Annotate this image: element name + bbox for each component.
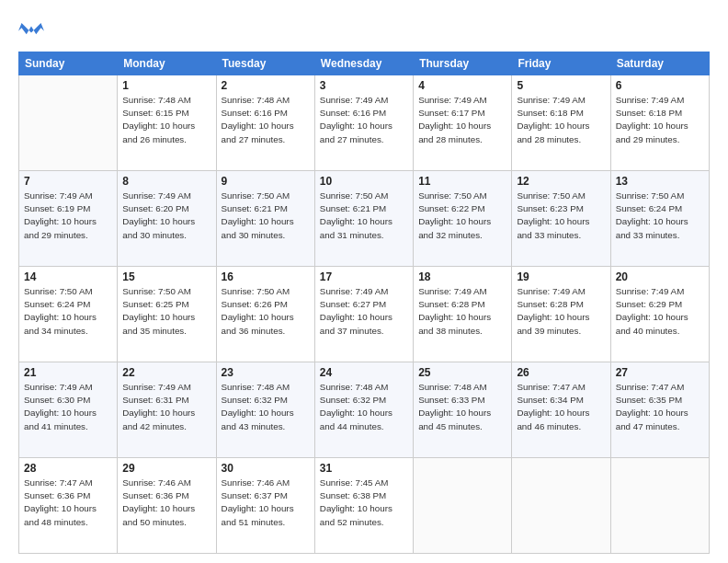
day-detail: Sunrise: 7:50 AM Sunset: 6:26 PM Dayligh… <box>222 285 310 338</box>
day-number: 5 <box>517 79 605 92</box>
day-number: 28 <box>24 462 112 475</box>
day-detail: Sunrise: 7:49 AM Sunset: 6:18 PM Dayligh… <box>517 94 605 146</box>
day-detail: Sunrise: 7:49 AM Sunset: 6:30 PM Dayligh… <box>24 381 112 433</box>
day-detail: Sunrise: 7:48 AM Sunset: 6:16 PM Dayligh… <box>222 94 310 146</box>
header <box>18 17 710 42</box>
day-number: 21 <box>24 366 112 379</box>
weekday-header-friday: Friday <box>512 52 610 75</box>
day-number: 19 <box>517 270 605 283</box>
day-detail: Sunrise: 7:49 AM Sunset: 6:19 PM Dayligh… <box>24 190 112 242</box>
day-detail: Sunrise: 7:47 AM Sunset: 6:35 PM Dayligh… <box>616 381 704 433</box>
calendar-cell: 15Sunrise: 7:50 AM Sunset: 6:25 PM Dayli… <box>118 267 216 362</box>
week-row-1: 1Sunrise: 7:48 AM Sunset: 6:15 PM Daylig… <box>19 75 710 171</box>
calendar-cell: 16Sunrise: 7:50 AM Sunset: 6:26 PM Dayli… <box>216 267 314 362</box>
day-number: 27 <box>616 366 704 379</box>
calendar-cell: 25Sunrise: 7:48 AM Sunset: 6:33 PM Dayli… <box>414 362 512 458</box>
calendar-cell: 26Sunrise: 7:47 AM Sunset: 6:34 PM Dayli… <box>512 362 610 458</box>
calendar-cell: 30Sunrise: 7:46 AM Sunset: 6:37 PM Dayli… <box>216 458 314 554</box>
day-detail: Sunrise: 7:48 AM Sunset: 6:33 PM Dayligh… <box>418 381 506 433</box>
calendar-cell <box>414 458 512 554</box>
day-detail: Sunrise: 7:48 AM Sunset: 6:32 PM Dayligh… <box>222 381 310 433</box>
calendar-cell: 22Sunrise: 7:49 AM Sunset: 6:31 PM Dayli… <box>118 362 216 458</box>
calendar-cell <box>512 458 610 554</box>
day-number: 17 <box>320 270 408 283</box>
calendar-cell: 21Sunrise: 7:49 AM Sunset: 6:30 PM Dayli… <box>19 362 118 458</box>
day-number: 24 <box>320 366 408 379</box>
calendar-cell: 17Sunrise: 7:49 AM Sunset: 6:27 PM Dayli… <box>314 267 413 362</box>
day-detail: Sunrise: 7:46 AM Sunset: 6:37 PM Dayligh… <box>222 477 310 529</box>
calendar-cell: 10Sunrise: 7:50 AM Sunset: 6:21 PM Dayli… <box>314 171 413 267</box>
calendar-cell: 13Sunrise: 7:50 AM Sunset: 6:24 PM Dayli… <box>610 171 709 267</box>
calendar-cell: 3Sunrise: 7:49 AM Sunset: 6:16 PM Daylig… <box>314 75 413 171</box>
day-detail: Sunrise: 7:49 AM Sunset: 6:28 PM Dayligh… <box>418 285 506 338</box>
calendar-cell: 14Sunrise: 7:50 AM Sunset: 6:24 PM Dayli… <box>19 267 118 362</box>
weekday-header-sunday: Sunday <box>19 52 118 75</box>
day-detail: Sunrise: 7:50 AM Sunset: 6:21 PM Dayligh… <box>320 190 408 242</box>
calendar-cell: 1Sunrise: 7:48 AM Sunset: 6:15 PM Daylig… <box>118 75 216 171</box>
calendar-cell: 23Sunrise: 7:48 AM Sunset: 6:32 PM Dayli… <box>216 362 314 458</box>
day-number: 2 <box>222 79 310 92</box>
day-number: 14 <box>24 270 112 283</box>
day-number: 15 <box>122 270 210 283</box>
calendar-cell: 12Sunrise: 7:50 AM Sunset: 6:23 PM Dayli… <box>512 171 610 267</box>
day-number: 6 <box>616 79 704 92</box>
logo-icon <box>18 17 44 42</box>
weekday-header-wednesday: Wednesday <box>314 52 413 75</box>
calendar-cell: 27Sunrise: 7:47 AM Sunset: 6:35 PM Dayli… <box>610 362 709 458</box>
day-detail: Sunrise: 7:50 AM Sunset: 6:22 PM Dayligh… <box>418 190 506 242</box>
day-number: 3 <box>320 79 408 92</box>
weekday-header-thursday: Thursday <box>414 52 512 75</box>
day-number: 22 <box>122 366 210 379</box>
weekday-header-monday: Monday <box>118 52 216 75</box>
calendar-cell: 18Sunrise: 7:49 AM Sunset: 6:28 PM Dayli… <box>414 267 512 362</box>
calendar-cell: 24Sunrise: 7:48 AM Sunset: 6:32 PM Dayli… <box>314 362 413 458</box>
calendar-cell: 5Sunrise: 7:49 AM Sunset: 6:18 PM Daylig… <box>512 75 610 171</box>
day-number: 10 <box>320 175 408 188</box>
day-detail: Sunrise: 7:49 AM Sunset: 6:27 PM Dayligh… <box>320 285 408 338</box>
day-number: 12 <box>517 175 605 188</box>
calendar-cell: 9Sunrise: 7:50 AM Sunset: 6:21 PM Daylig… <box>216 171 314 267</box>
day-detail: Sunrise: 7:49 AM Sunset: 6:20 PM Dayligh… <box>122 190 210 242</box>
day-detail: Sunrise: 7:50 AM Sunset: 6:24 PM Dayligh… <box>616 190 704 242</box>
calendar-cell: 20Sunrise: 7:49 AM Sunset: 6:29 PM Dayli… <box>610 267 709 362</box>
day-number: 23 <box>222 366 310 379</box>
day-detail: Sunrise: 7:49 AM Sunset: 6:28 PM Dayligh… <box>517 285 605 338</box>
day-detail: Sunrise: 7:48 AM Sunset: 6:32 PM Dayligh… <box>320 381 408 433</box>
day-number: 30 <box>222 462 310 475</box>
logo <box>18 17 48 42</box>
day-detail: Sunrise: 7:49 AM Sunset: 6:31 PM Dayligh… <box>122 381 210 433</box>
day-number: 8 <box>122 175 210 188</box>
day-number: 16 <box>222 270 310 283</box>
calendar-cell: 7Sunrise: 7:49 AM Sunset: 6:19 PM Daylig… <box>19 171 118 267</box>
day-detail: Sunrise: 7:50 AM Sunset: 6:25 PM Dayligh… <box>122 285 210 338</box>
calendar-table: SundayMondayTuesdayWednesdayThursdayFrid… <box>18 52 710 554</box>
calendar-cell: 11Sunrise: 7:50 AM Sunset: 6:22 PM Dayli… <box>414 171 512 267</box>
day-number: 25 <box>418 366 506 379</box>
calendar-cell: 31Sunrise: 7:45 AM Sunset: 6:38 PM Dayli… <box>314 458 413 554</box>
day-number: 7 <box>24 175 112 188</box>
day-detail: Sunrise: 7:49 AM Sunset: 6:16 PM Dayligh… <box>320 94 408 146</box>
calendar-cell: 29Sunrise: 7:46 AM Sunset: 6:36 PM Dayli… <box>118 458 216 554</box>
calendar-cell: 6Sunrise: 7:49 AM Sunset: 6:18 PM Daylig… <box>610 75 709 171</box>
svg-marker-0 <box>18 23 44 34</box>
calendar-cell: 8Sunrise: 7:49 AM Sunset: 6:20 PM Daylig… <box>118 171 216 267</box>
week-row-5: 28Sunrise: 7:47 AM Sunset: 6:36 PM Dayli… <box>19 458 710 554</box>
day-number: 20 <box>616 270 704 283</box>
calendar-cell <box>19 75 118 171</box>
day-detail: Sunrise: 7:50 AM Sunset: 6:21 PM Dayligh… <box>222 190 310 242</box>
week-row-2: 7Sunrise: 7:49 AM Sunset: 6:19 PM Daylig… <box>19 171 710 267</box>
day-detail: Sunrise: 7:49 AM Sunset: 6:18 PM Dayligh… <box>616 94 704 146</box>
day-detail: Sunrise: 7:50 AM Sunset: 6:24 PM Dayligh… <box>24 285 112 338</box>
day-number: 1 <box>122 79 210 92</box>
week-row-3: 14Sunrise: 7:50 AM Sunset: 6:24 PM Dayli… <box>19 267 710 362</box>
day-detail: Sunrise: 7:45 AM Sunset: 6:38 PM Dayligh… <box>320 477 408 529</box>
day-number: 9 <box>222 175 310 188</box>
calendar-cell: 2Sunrise: 7:48 AM Sunset: 6:16 PM Daylig… <box>216 75 314 171</box>
weekday-header-saturday: Saturday <box>610 52 709 75</box>
weekday-header-tuesday: Tuesday <box>216 52 314 75</box>
day-number: 4 <box>418 79 506 92</box>
day-detail: Sunrise: 7:49 AM Sunset: 6:17 PM Dayligh… <box>418 94 506 146</box>
day-detail: Sunrise: 7:47 AM Sunset: 6:36 PM Dayligh… <box>24 477 112 529</box>
day-number: 26 <box>517 366 605 379</box>
page: SundayMondayTuesdayWednesdayThursdayFrid… <box>0 0 728 563</box>
